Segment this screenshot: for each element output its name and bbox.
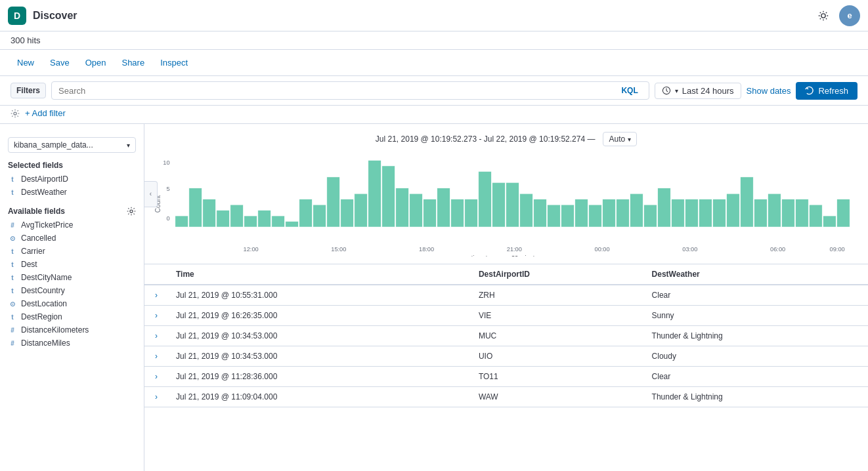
add-filter-button[interactable]: + Add filter [25,108,66,118]
col-dest-airport: DestAirportID [471,264,644,285]
svg-rect-17 [299,199,312,227]
table-row: › Jul 21, 2019 @ 10:34:53.000 UIO Cloudy [144,346,868,367]
hits-count: 300 [11,35,25,45]
svg-text:15:00: 15:00 [331,246,346,253]
cell-weather: Sunny [644,306,868,326]
cell-dest: WAW [471,387,644,407]
expand-row-button[interactable]: › [152,311,160,320]
filters-label: Filters [11,83,46,98]
table-row: › Jul 21, 2019 @ 10:34:53.000 MUC Thunde… [144,326,868,346]
svg-rect-9 [189,188,202,227]
kql-badge[interactable]: KQL [617,85,641,96]
field-filter-gear-icon[interactable] [11,109,20,118]
svg-rect-54 [810,205,822,227]
new-button[interactable]: New [11,55,41,70]
svg-point-3 [130,210,133,213]
svg-rect-55 [823,216,836,227]
svg-rect-36 [561,205,574,227]
svg-rect-42 [644,205,657,227]
svg-rect-37 [575,199,588,227]
search-input[interactable] [58,86,617,96]
chart-area: ‹ Jul 21, 2019 @ 10:19:52.273 - Jul 22, … [144,124,868,264]
search-wrap: KQL [51,81,649,100]
time-picker[interactable]: ▾ Last 24 hours [655,83,741,99]
cell-dest: MUC [471,326,644,346]
svg-point-2 [14,112,16,114]
selected-fields-title: Selected fields [0,158,144,173]
svg-rect-23 [382,166,395,227]
svg-rect-43 [658,188,670,227]
expand-row-button[interactable]: › [152,372,160,381]
available-field-item[interactable]: ⊙Cancelled [0,232,144,245]
svg-rect-41 [630,194,643,227]
field-name: Cancelled [21,234,56,243]
svg-rect-51 [768,194,781,227]
svg-rect-8 [175,216,188,227]
cell-time: Jul 21, 2019 @ 10:34:53.000 [168,346,471,367]
collapse-button[interactable]: ‹ [144,181,158,207]
available-field-item[interactable]: tDestRegion [0,310,144,323]
available-field-item[interactable]: ⊙DestLocation [0,297,144,310]
available-fields-gear-icon[interactable] [127,207,136,216]
table-row: › Jul 21, 2019 @ 11:28:36.000 TO11 Clear [144,367,868,387]
svg-rect-52 [782,199,794,227]
available-field-item[interactable]: #DistanceKilometers [0,323,144,337]
svg-rect-24 [396,188,408,227]
svg-rect-10 [203,199,215,227]
available-field-item[interactable]: #DistanceMiles [0,337,144,350]
app-icon: D [8,7,26,25]
save-button[interactable]: Save [43,55,76,70]
auto-chevron: ▾ [628,136,631,143]
expand-row-button[interactable]: › [152,331,160,340]
settings-icon[interactable] [813,5,834,26]
refresh-label: Refresh [818,86,848,96]
svg-rect-16 [286,222,298,227]
cell-dest: VIE [471,306,644,326]
field-type-icon: t [8,314,17,321]
available-field-item[interactable]: #AvgTicketPrice [0,218,144,232]
svg-rect-53 [796,199,808,227]
svg-text:10: 10 [163,159,169,166]
svg-rect-11 [217,211,229,227]
svg-rect-13 [244,216,257,227]
selected-field-item[interactable]: tDestAirportID [0,173,144,186]
results-table: Time DestAirportID DestWeather › Jul 21,… [144,264,868,407]
svg-point-0 [821,13,825,17]
selected-fields-list: tDestAirportIDtDestWeather [0,173,144,199]
available-field-item[interactable]: tCarrier [0,245,144,258]
svg-rect-32 [506,182,519,227]
refresh-button[interactable]: Refresh [796,82,857,100]
available-field-item[interactable]: tDestCityName [0,271,144,284]
available-fields-list: #AvgTicketPrice⊙CancelledtCarriertDesttD… [0,218,144,350]
hits-bar: 300 hits [0,31,868,50]
expand-row-button[interactable]: › [152,291,160,300]
field-name: DestCountry [21,286,65,295]
index-chevron: ▾ [127,142,130,149]
open-button[interactable]: Open [79,55,113,70]
field-name: DestLocation [21,299,67,308]
show-dates-button[interactable]: Show dates [747,86,791,96]
svg-rect-25 [410,194,422,227]
svg-text:12:00: 12:00 [244,246,259,253]
table-row: › Jul 21, 2019 @ 11:09:04.000 WAW Thunde… [144,387,868,407]
col-time: Time [168,264,471,285]
index-selector[interactable]: kibana_sample_data... ▾ [8,137,136,153]
histogram-chart: Count 10 5 0 12:00 15:00 18:00 21:00 00:… [155,152,857,256]
inspect-button[interactable]: Inspect [154,55,194,70]
available-field-item[interactable]: tDest [0,258,144,271]
svg-rect-38 [589,205,601,227]
available-field-item[interactable]: tDestCountry [0,284,144,297]
expand-row-button[interactable]: › [152,392,160,401]
svg-rect-39 [603,199,615,227]
auto-select[interactable]: Auto ▾ [603,132,637,146]
share-button[interactable]: Share [115,55,151,70]
selected-field-item[interactable]: tDestWeather [0,186,144,199]
svg-text:0: 0 [166,215,169,222]
expand-row-button[interactable]: › [152,352,160,361]
cell-dest: UIO [471,346,644,367]
chart-header: Jul 21, 2019 @ 10:19:52.273 - Jul 22, 20… [155,132,857,146]
svg-text:18:00: 18:00 [419,246,434,253]
table-row: › Jul 21, 2019 @ 10:55:31.000 ZRH Clear [144,285,868,306]
user-avatar[interactable]: e [839,5,860,26]
svg-rect-14 [258,211,271,227]
